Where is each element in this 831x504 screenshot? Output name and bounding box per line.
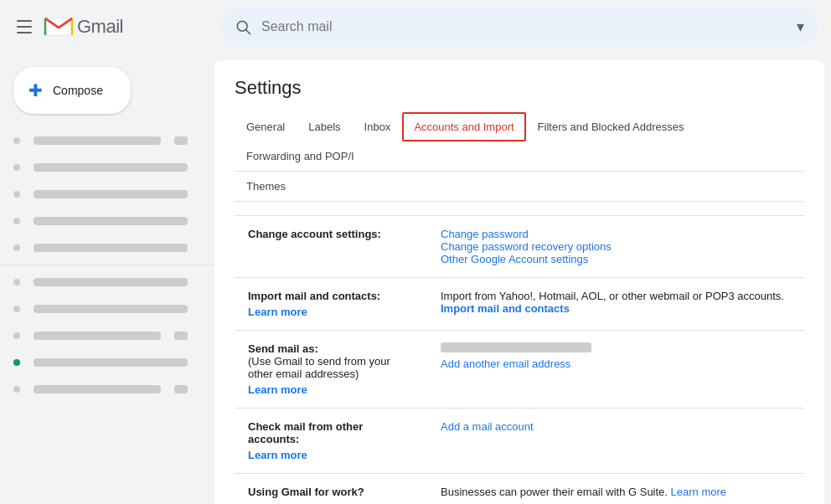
main-layout: ✚ Compose <box>0 54 831 504</box>
sidebar-dot-8 <box>13 332 20 339</box>
sidebar-text-7 <box>34 305 188 313</box>
settings-table: Change account settings: Change password… <box>235 215 804 504</box>
sidebar-dot-9 <box>13 359 20 366</box>
gmail-m-icon <box>44 15 74 39</box>
tab-general[interactable]: General <box>235 112 297 141</box>
compose-label: Compose <box>53 84 103 97</box>
other-google-account-link[interactable]: Other Google Account settings <box>441 253 588 265</box>
import-description: Import from Yahoo!, Hotmail, AOL, or oth… <box>441 290 784 302</box>
sidebar-item-8[interactable] <box>0 322 201 349</box>
add-another-email-link[interactable]: Add another email address <box>441 357 570 370</box>
row-change-account: Change account settings: Change password… <box>235 216 804 278</box>
send-mail-learn-more-link[interactable]: Learn more <box>248 383 414 396</box>
gmail-work-description: Businesses can power their email with G … <box>441 486 671 498</box>
search-input[interactable] <box>261 19 797 34</box>
sidebar-count-8 <box>174 332 188 340</box>
sidebar-item-7[interactable] <box>0 296 201 322</box>
hamburger-menu-icon[interactable] <box>13 17 34 37</box>
settings-tabs: General Labels Inbox Accounts and Import… <box>235 112 804 172</box>
settings-content: Settings General Labels Inbox Accounts a… <box>214 60 824 504</box>
gmail-work-label: Using Gmail for work? <box>248 486 364 498</box>
blurred-email <box>441 342 591 352</box>
send-mail-description: (Use Gmail to send from your other email… <box>248 355 390 380</box>
gmail-work-learn-more-link[interactable]: Learn more <box>671 486 726 498</box>
sidebar-dot-1 <box>13 137 20 144</box>
tab-filters[interactable]: Filters and Blocked Addresses <box>526 112 696 141</box>
sidebar-dot-6 <box>13 279 20 285</box>
sidebar-text-10 <box>34 385 161 393</box>
import-mail-label: Import mail and contacts: <box>248 290 380 302</box>
change-account-label: Change account settings: <box>248 228 381 240</box>
sidebar-item-1[interactable] <box>0 127 201 154</box>
send-mail-label: Send mail as: <box>248 342 318 355</box>
search-icon <box>235 18 251 35</box>
row-send-mail: Send mail as: (Use Gmail to send from yo… <box>235 331 804 409</box>
sidebar-text-3 <box>34 190 188 198</box>
sidebar-count-10 <box>174 385 188 393</box>
check-mail-learn-more-link[interactable]: Learn more <box>248 449 414 461</box>
sidebar-text-9 <box>34 358 188 367</box>
compose-button[interactable]: ✚ Compose <box>13 67 131 114</box>
tab-forwarding[interactable]: Forwarding and POP/I <box>235 141 366 171</box>
tab-accounts-and-import[interactable]: Accounts and Import <box>402 112 525 141</box>
search-bar[interactable]: ▾ <box>221 8 818 46</box>
sidebar-item-5[interactable] <box>0 234 201 261</box>
sidebar-dot-10 <box>13 386 20 393</box>
sidebar-item-10[interactable] <box>0 376 201 403</box>
gmail-logo: Gmail <box>44 15 123 39</box>
check-mail-label: Check mail from other accounts: <box>248 420 363 445</box>
sidebar-text-4 <box>34 217 188 225</box>
sidebar-divider-1 <box>0 265 214 265</box>
row-check-mail: Check mail from other accounts: Learn mo… <box>235 409 804 474</box>
tab-inbox[interactable]: Inbox <box>353 112 403 141</box>
sidebar-dot-2 <box>13 164 20 171</box>
topbar: Gmail ▾ <box>0 0 831 54</box>
import-mail-contacts-link[interactable]: Import mail and contacts <box>441 302 570 315</box>
sidebar-text-5 <box>34 244 188 252</box>
topbar-left: Gmail <box>13 15 214 39</box>
sidebar-text-8 <box>34 332 161 340</box>
change-password-link[interactable]: Change password <box>441 228 529 240</box>
sidebar-item-4[interactable] <box>0 208 201 234</box>
search-dropdown-icon[interactable]: ▾ <box>797 18 804 36</box>
sidebar-text-6 <box>34 278 188 286</box>
tab-themes[interactable]: Themes <box>235 172 297 201</box>
row-import-mail: Import mail and contacts: Learn more Imp… <box>235 278 804 331</box>
sidebar-text-2 <box>34 163 188 172</box>
sidebar-dot-4 <box>13 218 20 224</box>
import-learn-more-link[interactable]: Learn more <box>248 306 414 318</box>
sidebar-item-6[interactable] <box>0 269 201 296</box>
gmail-label: Gmail <box>77 16 123 38</box>
change-password-recovery-link[interactable]: Change password recovery options <box>441 240 612 253</box>
sidebar-item-2[interactable] <box>0 154 201 181</box>
sidebar-dot-5 <box>13 244 20 251</box>
tab-labels[interactable]: Labels <box>297 112 352 141</box>
sidebar-count-1 <box>174 136 188 145</box>
add-mail-account-link[interactable]: Add a mail account <box>441 420 534 433</box>
sidebar-dot-7 <box>13 306 20 312</box>
compose-plus-icon: ✚ <box>28 80 43 100</box>
svg-line-1 <box>246 30 250 34</box>
sidebar-dot-3 <box>13 191 20 198</box>
sidebar-text-1 <box>34 136 161 145</box>
settings-title: Settings <box>235 77 804 99</box>
sidebar: ✚ Compose <box>0 54 214 504</box>
row-gmail-work: Using Gmail for work? Businesses can pow… <box>235 474 804 505</box>
sidebar-item-9[interactable] <box>0 349 201 376</box>
sidebar-item-3[interactable] <box>0 181 201 208</box>
